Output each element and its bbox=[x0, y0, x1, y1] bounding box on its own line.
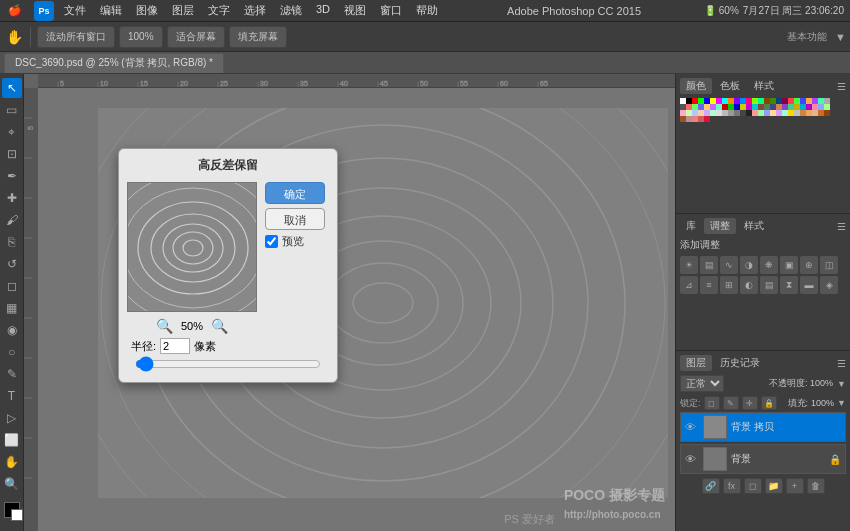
text-tool[interactable]: T bbox=[2, 386, 22, 406]
lock-all-btn[interactable]: 🔒 bbox=[761, 396, 777, 410]
color-swatch[interactable] bbox=[704, 116, 710, 122]
basic-function-label: 基本功能 bbox=[787, 30, 827, 44]
move-tool[interactable]: ↖ bbox=[2, 78, 22, 98]
main-area: ↖ ▭ ⌖ ⊡ ✒ ✚ 🖌 ⎘ ↺ ◻ ▦ ◉ ○ ✎ T ▷ ⬜ ✋ 🔍 5 bbox=[0, 74, 850, 531]
zoom-100-btn[interactable]: 100% bbox=[119, 26, 163, 48]
photo-filter-icon[interactable]: ⊿ bbox=[680, 276, 698, 294]
tab-layers[interactable]: 图层 bbox=[680, 355, 712, 371]
menu-filter[interactable]: 滤镜 bbox=[274, 1, 308, 20]
exposure-icon[interactable]: ◑ bbox=[740, 256, 758, 274]
menu-edit[interactable]: 编辑 bbox=[94, 1, 128, 20]
invert-icon[interactable]: ◐ bbox=[740, 276, 758, 294]
lasso-tool[interactable]: ⌖ bbox=[2, 122, 22, 142]
radius-slider[interactable] bbox=[135, 356, 321, 372]
tab-history[interactable]: 历史记录 bbox=[714, 355, 766, 371]
adj-panel-menu-icon[interactable]: ☰ bbox=[837, 221, 846, 232]
gradient-map-icon[interactable]: ▬ bbox=[800, 276, 818, 294]
fit-screen-btn[interactable]: 适合屏幕 bbox=[167, 26, 225, 48]
history-brush-tool[interactable]: ↺ bbox=[2, 254, 22, 274]
menu-3d[interactable]: 3D bbox=[310, 1, 336, 20]
heal-tool[interactable]: ✚ bbox=[2, 188, 22, 208]
eye-icon-copy[interactable]: 👁 bbox=[685, 421, 699, 433]
lock-pixel-btn[interactable]: ✎ bbox=[723, 396, 739, 410]
menu-image[interactable]: 图像 bbox=[130, 1, 164, 20]
tab-library[interactable]: 库 bbox=[680, 218, 702, 234]
zoom-out-icon[interactable]: 🔍 bbox=[156, 318, 173, 334]
hsl-icon[interactable]: ▣ bbox=[780, 256, 798, 274]
blend-mode-select[interactable]: 正常 bbox=[680, 375, 724, 392]
menu-window[interactable]: 窗口 bbox=[374, 1, 408, 20]
levels-icon[interactable]: ▤ bbox=[700, 256, 718, 274]
eye-icon-bg[interactable]: 👁 bbox=[685, 453, 699, 465]
lock-transparent-btn[interactable]: ◻ bbox=[704, 396, 720, 410]
menu-help[interactable]: 帮助 bbox=[410, 1, 444, 20]
zoom-in-icon[interactable]: 🔍 bbox=[211, 318, 228, 334]
bw-icon[interactable]: ◫ bbox=[820, 256, 838, 274]
layer-item-copy[interactable]: 👁 背景 拷贝 bbox=[680, 412, 846, 442]
foreground-color[interactable] bbox=[4, 502, 20, 518]
channel-mixer-icon[interactable]: ≡ bbox=[700, 276, 718, 294]
add-adj-label: 添加调整 bbox=[680, 238, 846, 252]
select-tool[interactable]: ▭ bbox=[2, 100, 22, 120]
floating-windows-btn[interactable]: 流动所有窗口 bbox=[37, 26, 115, 48]
background-color[interactable] bbox=[11, 509, 23, 521]
preview-checkbox-row: 预览 bbox=[265, 234, 325, 249]
hand-tool[interactable]: ✋ bbox=[2, 452, 22, 472]
eyedropper-tool[interactable]: ✒ bbox=[2, 166, 22, 186]
add-mask-btn[interactable]: ◻ bbox=[744, 478, 762, 494]
layer-controls: 正常 不透明度: 100% ▼ bbox=[680, 375, 846, 392]
colorbal-icon[interactable]: ⊕ bbox=[800, 256, 818, 274]
layer-item-bg[interactable]: 👁 背景 🔒 bbox=[680, 444, 846, 474]
color-swatch[interactable] bbox=[824, 110, 830, 116]
crop-tool[interactable]: ⊡ bbox=[2, 144, 22, 164]
workspace-menu-icon[interactable]: ▼ bbox=[835, 31, 846, 43]
eraser-tool[interactable]: ◻ bbox=[2, 276, 22, 296]
shape-tool[interactable]: ⬜ bbox=[2, 430, 22, 450]
threshold-icon[interactable]: ⧗ bbox=[780, 276, 798, 294]
menu-view[interactable]: 视图 bbox=[338, 1, 372, 20]
selective-color-icon[interactable]: ◈ bbox=[820, 276, 838, 294]
link-layers-btn[interactable]: 🔗 bbox=[702, 478, 720, 494]
tab-swatches[interactable]: 色板 bbox=[714, 78, 746, 94]
new-layer-btn[interactable]: + bbox=[786, 478, 804, 494]
curves-icon[interactable]: ∿ bbox=[720, 256, 738, 274]
color-panel-menu-icon[interactable]: ☰ bbox=[837, 81, 846, 92]
new-group-btn[interactable]: 📁 bbox=[765, 478, 783, 494]
tab-style2[interactable]: 样式 bbox=[738, 218, 770, 234]
lock-position-btn[interactable]: ✛ bbox=[742, 396, 758, 410]
svg-text:60: 60 bbox=[500, 80, 508, 87]
zoom-tool[interactable]: 🔍 bbox=[2, 474, 22, 494]
delete-layer-btn[interactable]: 🗑 bbox=[807, 478, 825, 494]
preview-checkbox[interactable] bbox=[265, 235, 278, 248]
menu-text[interactable]: 文字 bbox=[202, 1, 236, 20]
document-tab[interactable]: DSC_3690.psd @ 25% (背景 拷贝, RGB/8) * bbox=[4, 53, 224, 73]
radius-input[interactable] bbox=[160, 338, 190, 354]
gradient-tool[interactable]: ▦ bbox=[2, 298, 22, 318]
blur-tool[interactable]: ◉ bbox=[2, 320, 22, 340]
opacity-dropdown-icon[interactable]: ▼ bbox=[837, 379, 846, 389]
tab-color[interactable]: 颜色 bbox=[680, 78, 712, 94]
menu-select[interactable]: 选择 bbox=[238, 1, 272, 20]
fill-dropdown-icon[interactable]: ▼ bbox=[837, 398, 846, 408]
confirm-button[interactable]: 确定 bbox=[265, 182, 325, 204]
posterize-icon[interactable]: ▤ bbox=[760, 276, 778, 294]
tab-adjustments[interactable]: 调整 bbox=[704, 218, 736, 234]
path-select-tool[interactable]: ▷ bbox=[2, 408, 22, 428]
brightness-icon[interactable]: ☀ bbox=[680, 256, 698, 274]
cancel-button[interactable]: 取消 bbox=[265, 208, 325, 230]
fill-screen-btn[interactable]: 填充屏幕 bbox=[229, 26, 287, 48]
apple-menu[interactable]: 🍎 bbox=[0, 4, 30, 17]
menu-layer[interactable]: 图层 bbox=[166, 1, 200, 20]
brush-tool[interactable]: 🖌 bbox=[2, 210, 22, 230]
svg-text:5: 5 bbox=[27, 126, 34, 130]
menu-file[interactable]: 文件 bbox=[58, 1, 92, 20]
add-style-btn[interactable]: fx bbox=[723, 478, 741, 494]
color-lookup-icon[interactable]: ⊞ bbox=[720, 276, 738, 294]
dodge-tool[interactable]: ○ bbox=[2, 342, 22, 362]
clone-tool[interactable]: ⎘ bbox=[2, 232, 22, 252]
tab-style[interactable]: 样式 bbox=[748, 78, 780, 94]
layers-panel-menu-icon[interactable]: ☰ bbox=[837, 358, 846, 369]
vibrance-icon[interactable]: ❋ bbox=[760, 256, 778, 274]
dialog-preview[interactable] bbox=[127, 182, 257, 312]
pen-tool[interactable]: ✎ bbox=[2, 364, 22, 384]
